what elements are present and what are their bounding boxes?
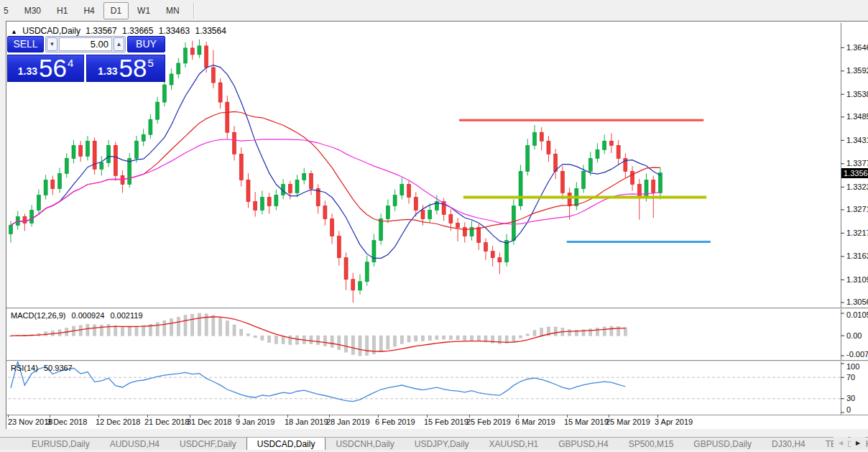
buy-price-pip: 5 <box>147 57 153 69</box>
macd-axis-zero: 0.00 <box>846 331 862 340</box>
buy-price-box[interactable]: 1.33 58 5 <box>86 55 165 82</box>
collapse-panel-icon[interactable]: ▲ <box>11 28 17 35</box>
price-tick-label: 1.34855 <box>846 112 868 121</box>
date-tick-label: 3 Apr 2019 <box>655 418 693 426</box>
tab-xauusd-h1[interactable]: XAUUSD,H1 <box>479 438 549 451</box>
timeframe-button-h1[interactable]: H1 <box>50 2 75 19</box>
tab-gbpusd-daily[interactable]: GBPUSD,Daily <box>683 438 762 451</box>
timeframe-button-d1[interactable]: D1 <box>103 2 129 19</box>
chart-window: ▲ USDCAD,Daily 1.33567 1.33665 1.33463 1… <box>6 21 868 430</box>
volume-increase-icon[interactable]: ▲ <box>114 37 124 51</box>
timeframe-button-m30[interactable]: M30 <box>17 2 48 19</box>
sell-button[interactable]: SELL <box>7 36 44 52</box>
price-tick-label: 1.33775 <box>846 159 868 167</box>
date-tick-label: 21 Dec 2018 <box>144 418 189 426</box>
chart-title: USDCAD,Daily <box>22 26 80 36</box>
one-click-trading-panel: SELL ▼ ▲ BUY 1.33 56 4 1.33 58 5 <box>7 36 165 83</box>
timeframe-button-5[interactable]: 5 <box>1 2 16 19</box>
macd-value-main: 0.000924 <box>71 311 104 320</box>
timeframe-toolbar: 5M30H1H4D1W1MN <box>0 0 868 21</box>
price-tick-label: 1.31630 <box>846 252 868 260</box>
macd-indicator-label: MACD(12,26,9) 0.000924 0.002119 <box>11 311 147 320</box>
date-tick-label: 6 Mar 2019 <box>515 418 555 426</box>
date-tick-label: 12 Dec 2018 <box>96 418 140 426</box>
price-tick-label: 1.30565 <box>846 298 868 306</box>
rsi-axis-label: 0 <box>846 405 851 414</box>
ohlc-low: 1.33463 <box>159 26 190 36</box>
tab-usdjpy-daily[interactable]: USDJPY,Daily <box>405 438 479 451</box>
macd-name: MACD(12,26,9) <box>11 311 65 320</box>
current-price-badge: 1.33564 <box>841 168 868 178</box>
toolbar-separator <box>193 3 195 19</box>
sell-price-main: 56 <box>39 57 67 79</box>
date-tick-label: 31 Dec 2018 <box>187 418 231 426</box>
ohlc-close: 1.33564 <box>195 26 226 36</box>
rsi-axis-label: 70 <box>846 373 855 382</box>
timeframe-button-mn[interactable]: MN <box>159 2 187 19</box>
date-tick-label: 6 Feb 2019 <box>375 418 415 426</box>
price-tick-label: 1.31090 <box>846 275 868 284</box>
date-tick-label: 15 Feb 2019 <box>424 418 468 426</box>
volume-input[interactable] <box>59 37 112 51</box>
date-tick-label: 3 Dec 2018 <box>47 418 87 426</box>
ohlc-high: 1.33665 <box>122 26 153 36</box>
price-tick-label: 1.33235 <box>846 183 868 191</box>
price-tick-label: 1.35920 <box>846 66 868 75</box>
chart-tab-bar: EURUSD,DailyAUDUSD,H4USDCHF,DailyUSDCAD,… <box>0 437 868 451</box>
price-tick-label: 1.35380 <box>846 90 868 98</box>
rsi-axis-label: 100 <box>846 362 859 371</box>
price-tick-label: 1.32170 <box>846 229 868 237</box>
macd-axis-max: 0.010525 <box>846 310 868 319</box>
tab-sp500-m15[interactable]: SP500,M15 <box>619 438 684 451</box>
date-tick-label: 25 Mar 2019 <box>606 418 650 426</box>
tab-usdcnh-daily[interactable]: USDCNH,Daily <box>326 438 404 451</box>
tab-usdcad-daily[interactable]: USDCAD,Daily <box>246 437 326 451</box>
tab-gbpusd-h4[interactable]: GBPUSD,H4 <box>548 438 618 451</box>
buy-price-prefix: 1.33 <box>98 65 117 77</box>
sell-price-prefix: 1.33 <box>18 65 37 77</box>
ohlc-open: 1.33567 <box>86 26 116 36</box>
price-tick-label: 1.32710 <box>846 205 868 213</box>
macd-value-signal: 0.002119 <box>110 311 142 320</box>
price-tick-label: 1.34315 <box>846 136 868 144</box>
rsi-axis-label: 30 <box>846 394 855 402</box>
tab-audusd-h4[interactable]: AUDUSD,H4 <box>100 438 170 451</box>
tab-usdchf-daily[interactable]: USDCHF,Daily <box>170 438 246 451</box>
tab-scroll-left-icon[interactable]: ◀ <box>834 437 848 450</box>
price-tick-label: 1.36460 <box>846 43 868 52</box>
date-tick-label: 28 Jan 2019 <box>326 418 370 426</box>
buy-button[interactable]: BUY <box>127 36 165 52</box>
tab-eurusd-daily[interactable]: EURUSD,Daily <box>22 438 100 451</box>
macd-axis-min: -0.0073 <box>846 350 868 359</box>
rsi-indicator-label: RSI(14) 50.9367 <box>11 364 76 372</box>
timeframe-button-h4[interactable]: H4 <box>76 2 101 19</box>
sell-price-pip: 4 <box>68 57 73 69</box>
date-tick-label: 18 Jan 2019 <box>285 418 328 426</box>
volume-decrease-icon[interactable]: ▼ <box>47 37 57 51</box>
rsi-name: RSI(14) <box>11 364 38 372</box>
rsi-value: 50.9367 <box>44 364 73 372</box>
chart-ohlc-header: ▲ USDCAD,Daily 1.33567 1.33665 1.33463 1… <box>11 26 229 36</box>
volume-stepper: ▼ ▲ <box>45 36 126 52</box>
rsi-pane-canvas[interactable] <box>7 361 868 415</box>
sell-price-box[interactable]: 1.33 56 4 <box>7 55 84 82</box>
buy-price-main: 58 <box>119 57 147 79</box>
date-tick-label: 25 Feb 2019 <box>466 418 511 426</box>
date-tick-label: 9 Jan 2019 <box>236 418 274 426</box>
date-tick-label: 15 Mar 2019 <box>564 418 609 426</box>
tab-scroll-right-icon[interactable]: ▶ <box>851 437 865 450</box>
timeframe-button-w1[interactable]: W1 <box>130 2 157 19</box>
tab-dj30-h4[interactable]: DJ30,H4 <box>762 438 816 451</box>
window-bottom-gap <box>0 429 868 437</box>
